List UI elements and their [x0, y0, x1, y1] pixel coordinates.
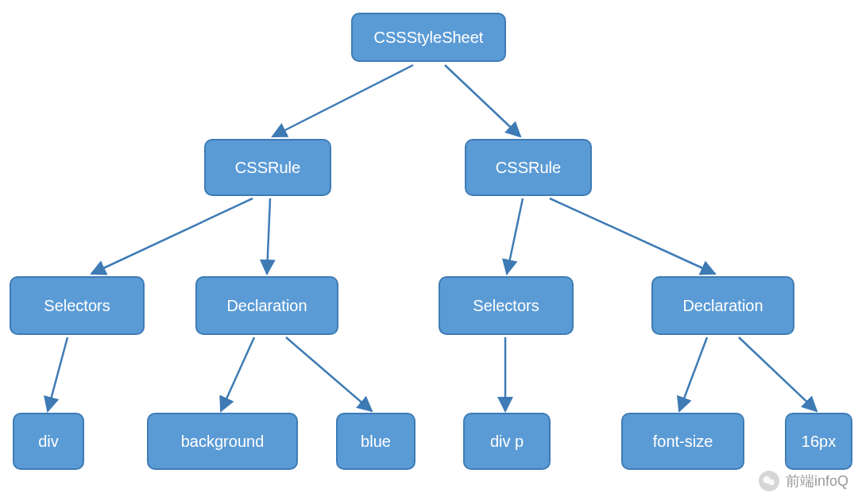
node-declaration-2: Declaration	[651, 276, 794, 335]
svg-line-0	[272, 65, 413, 137]
svg-line-2	[91, 198, 253, 274]
node-font-size: font-size	[621, 413, 744, 470]
node-cssrule-1: CSSRule	[204, 139, 331, 196]
node-16px: 16px	[785, 413, 852, 470]
node-div-p: div p	[463, 413, 551, 470]
svg-line-1	[445, 65, 520, 137]
svg-line-7	[221, 337, 254, 411]
watermark: 前端infoQ	[759, 471, 848, 491]
node-cssstylesheet: CSSStyleSheet	[351, 13, 506, 62]
node-selectors-1: Selectors	[10, 276, 145, 335]
svg-line-8	[286, 337, 372, 411]
node-cssrule-2: CSSRule	[465, 139, 592, 196]
svg-line-4	[507, 198, 523, 274]
watermark-text: 前端infoQ	[786, 471, 848, 491]
svg-line-6	[48, 337, 68, 411]
svg-point-13	[768, 479, 775, 486]
svg-line-10	[679, 337, 707, 411]
node-background: background	[147, 413, 298, 470]
svg-line-11	[739, 337, 817, 411]
node-declaration-1: Declaration	[195, 276, 338, 335]
node-blue: blue	[336, 413, 415, 470]
node-div: div	[13, 413, 84, 470]
node-selectors-2: Selectors	[439, 276, 574, 335]
svg-line-3	[267, 198, 270, 274]
svg-line-5	[550, 198, 715, 274]
wechat-icon	[759, 471, 779, 491]
